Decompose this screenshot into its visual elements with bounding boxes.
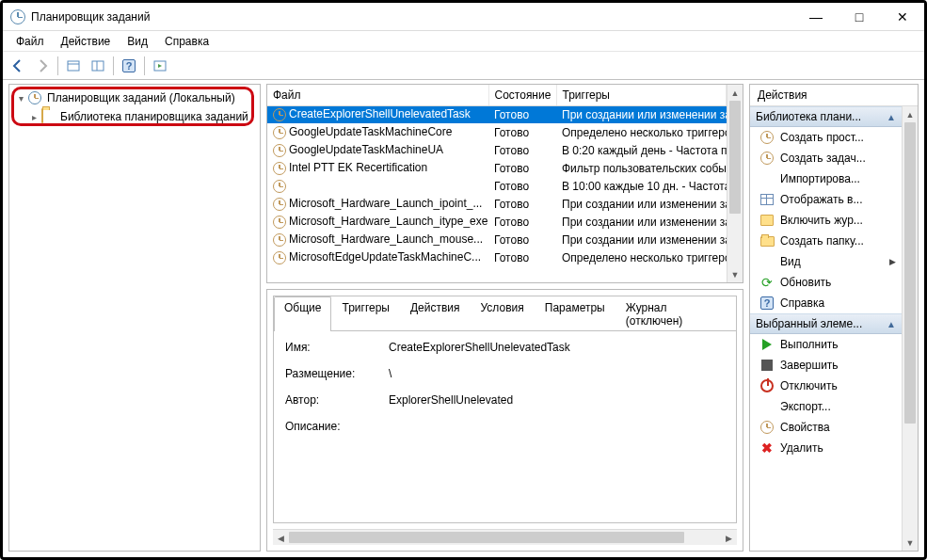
tab-general[interactable]: Общие — [274, 296, 331, 331]
value-author: ExplorerShellUnelevated — [389, 393, 513, 407]
action-properties[interactable]: Свойства — [750, 417, 902, 438]
chevron-down-icon[interactable]: ▾ — [15, 92, 26, 104]
clock-icon — [273, 144, 286, 157]
label-description: Описание: — [285, 420, 389, 433]
action-help[interactable]: ?Справка — [750, 293, 902, 313]
table-row[interactable]: MicrosoftEdgeUpdateTaskMachineC...Готово… — [267, 248, 727, 266]
actions-group-selected-label: Выбранный элеме... — [756, 317, 862, 330]
clock-icon — [273, 216, 286, 229]
table-row[interactable]: Microsoft_Hardware_Launch_mouse...Готово… — [267, 231, 727, 248]
label-location: Размещение: — [285, 367, 389, 380]
clock-icon — [273, 233, 286, 247]
scheduler-icon — [28, 90, 43, 105]
list-vscrollbar[interactable]: ▲ ▼ — [727, 85, 743, 282]
value-name: CreateExplorerShellUnelevatedTask — [389, 341, 570, 354]
actions-group-selected[interactable]: Выбранный элеме... ▲ — [750, 313, 902, 334]
menu-action[interactable]: Действие — [54, 33, 119, 50]
tree-panel: ▾ Планировщик заданий (Локальный) ▸ Библ… — [8, 84, 261, 552]
col-triggers[interactable]: Триггеры — [556, 85, 727, 105]
svg-rect-0 — [68, 61, 79, 71]
maximize-button[interactable]: □ — [838, 3, 881, 31]
menu-view[interactable]: Вид — [120, 33, 155, 50]
tree-root[interactable]: ▾ Планировщик заданий (Локальный) — [13, 88, 256, 107]
tab-triggers[interactable]: Триггеры — [331, 296, 400, 331]
task-table[interactable]: Файл Состояние Триггеры CreateExplorerSh… — [267, 85, 727, 266]
actions-panel: Действия Библиотека плани... ▲ Создать п… — [749, 84, 919, 552]
tab-conditions[interactable]: Условия — [471, 296, 535, 331]
value-location: \ — [389, 367, 392, 380]
col-name[interactable]: Файл — [267, 85, 488, 105]
action-create-task[interactable]: Создать задач... — [750, 148, 902, 168]
toolbar-btn-3[interactable] — [149, 55, 171, 77]
col-status[interactable]: Состояние — [488, 85, 556, 105]
chevron-right-icon[interactable]: ▸ — [28, 111, 40, 122]
details-panel: Общие Триггеры Действия Условия Параметр… — [266, 289, 743, 552]
action-create-basic[interactable]: Создать прост... — [750, 127, 902, 148]
action-refresh[interactable]: ⟳Обновить — [750, 272, 902, 293]
clock-icon — [273, 108, 286, 121]
clock-icon — [273, 126, 286, 139]
tab-settings[interactable]: Параметры — [535, 296, 615, 331]
details-hscrollbar[interactable]: ◀ ▶ — [273, 529, 737, 545]
chevron-up-icon: ▲ — [887, 112, 896, 122]
label-name: Имя: — [285, 341, 389, 354]
action-disable[interactable]: Отключить — [750, 376, 902, 396]
table-row[interactable]: Intel PTT EK RecertificationГотовоФильтр… — [267, 159, 727, 177]
toolbar-help-button[interactable]: ? — [118, 55, 140, 77]
action-view[interactable]: Вид▶ — [750, 251, 902, 272]
toolbar-btn-2[interactable] — [87, 55, 109, 77]
actions-title: Действия — [750, 85, 918, 106]
clock-icon — [273, 198, 286, 211]
action-display-running[interactable]: Отображать в... — [750, 189, 902, 210]
nav-back-button[interactable] — [7, 55, 29, 77]
action-new-folder[interactable]: Создать папку... — [750, 231, 902, 251]
menubar: Файл Действие Вид Справка — [3, 31, 924, 52]
table-row[interactable]: ГотовоВ 10:00 каждые 10 дн. - Частота по — [267, 177, 727, 195]
close-button[interactable]: ✕ — [881, 3, 924, 31]
table-row[interactable]: Microsoft_Hardware_Launch_itype_exeГотов… — [267, 213, 727, 231]
clock-icon — [273, 251, 286, 264]
svg-rect-2 — [92, 61, 104, 71]
action-delete[interactable]: ✖Удалить — [750, 438, 902, 458]
tree-library[interactable]: ▸ Библиотека планировщика заданий — [13, 107, 256, 126]
minimize-button[interactable]: — — [794, 3, 838, 31]
action-enable-history[interactable]: Включить жур... — [750, 210, 902, 231]
menu-help[interactable]: Справка — [157, 33, 216, 50]
actions-group-library[interactable]: Библиотека плани... ▲ — [750, 106, 902, 127]
menu-file[interactable]: Файл — [8, 33, 52, 50]
folder-icon — [41, 109, 56, 124]
action-run[interactable]: Выполнить — [750, 334, 902, 355]
tab-history[interactable]: Журнал (отключен) — [615, 296, 736, 331]
chevron-up-icon: ▲ — [887, 319, 896, 329]
details-tabs: Общие Триггеры Действия Условия Параметр… — [274, 296, 736, 331]
task-list-panel: Файл Состояние Триггеры CreateExplorerSh… — [266, 84, 743, 283]
window-title: Планировщик заданий — [31, 10, 150, 24]
table-row[interactable]: GoogleUpdateTaskMachineCoreГотовоОпредел… — [267, 123, 727, 141]
clock-icon — [273, 162, 286, 175]
clock-icon — [273, 180, 286, 193]
label-author: Автор: — [285, 393, 389, 407]
table-row[interactable]: Microsoft_Hardware_Launch_ipoint_...Гото… — [267, 195, 727, 213]
chevron-right-icon: ▶ — [889, 257, 896, 266]
tree-library-label: Библиотека планировщика заданий — [60, 110, 248, 123]
tree-root-label: Планировщик заданий (Локальный) — [47, 91, 235, 104]
table-row[interactable]: CreateExplorerShellUnelevatedTaskГотовоП… — [267, 105, 727, 123]
action-export[interactable]: Экспорт... — [750, 396, 902, 417]
table-row[interactable]: GoogleUpdateTaskMachineUAГотовоВ 0:20 ка… — [267, 141, 727, 159]
titlebar: Планировщик заданий — □ ✕ — [3, 3, 924, 31]
app-icon — [10, 9, 25, 24]
action-end[interactable]: Завершить — [750, 355, 902, 376]
tab-actions[interactable]: Действия — [400, 296, 471, 331]
actions-vscrollbar[interactable]: ▲ ▼ — [902, 106, 918, 551]
action-import[interactable]: Импортирова... — [750, 168, 902, 189]
toolbar: ? — [3, 52, 924, 80]
toolbar-btn-1[interactable] — [62, 55, 85, 77]
actions-group-library-label: Библиотека плани... — [756, 110, 861, 123]
nav-forward-button[interactable] — [31, 55, 54, 77]
